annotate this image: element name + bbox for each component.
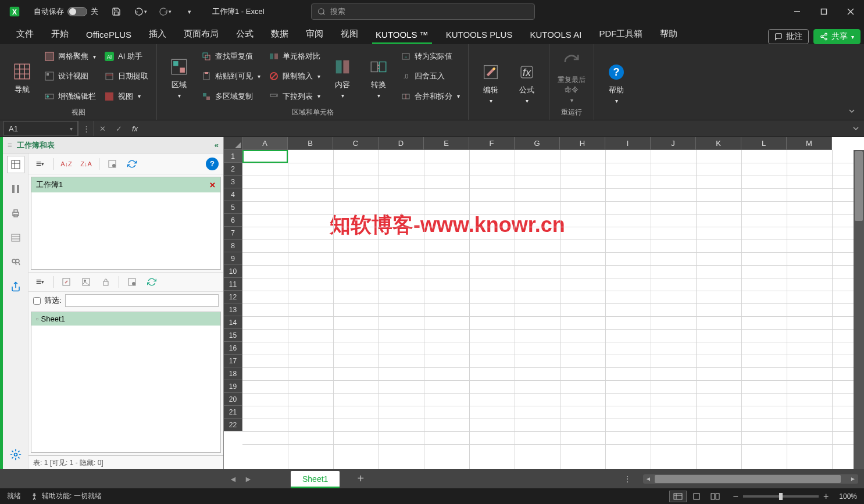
refresh2-icon[interactable] xyxy=(145,275,159,289)
tab-layout[interactable]: 页面布局 xyxy=(176,24,227,44)
row-header-12[interactable]: 12 xyxy=(224,291,242,303)
view-page-break-icon[interactable] xyxy=(706,491,724,502)
col-header-A[interactable]: A xyxy=(242,137,288,150)
area-button[interactable]: 区域▾ xyxy=(163,47,195,106)
tab-kutools[interactable]: KUTOOLS ™ xyxy=(367,25,437,44)
sheet-next-icon[interactable]: ► xyxy=(241,471,256,487)
multi-area-copy-button[interactable]: 多区域复制 xyxy=(199,88,263,105)
row-header-2[interactable]: 2 xyxy=(224,163,242,176)
design-view-button[interactable]: 设计视图 xyxy=(42,68,98,84)
col-header-J[interactable]: J xyxy=(651,137,696,150)
horizontal-scroll-thumb[interactable] xyxy=(655,475,841,483)
row-header-17[interactable]: 17 xyxy=(224,355,242,367)
maximize-button[interactable] xyxy=(811,0,837,23)
workbook-close-icon[interactable]: ✕ xyxy=(209,181,216,190)
horizontal-scrollbar[interactable]: ◄ ► xyxy=(643,474,858,484)
tab-help[interactable]: 帮助 xyxy=(652,24,686,44)
excel-app-icon[interactable]: X xyxy=(6,4,23,19)
edit-button[interactable]: 编辑▾ xyxy=(474,47,507,116)
col-header-H[interactable]: H xyxy=(560,137,605,150)
dropdown-list-button[interactable]: 下拉列表▾ xyxy=(266,88,323,105)
row-header-7[interactable]: 7 xyxy=(224,227,242,240)
save-icon[interactable] xyxy=(106,4,126,19)
row-header-9[interactable]: 9 xyxy=(224,252,242,265)
lock-sheet-icon[interactable] xyxy=(99,275,113,289)
autosave-toggle[interactable] xyxy=(67,7,87,16)
a11y-status[interactable]: 辅助功能: 一切就绪 xyxy=(30,491,102,501)
settings2-icon[interactable] xyxy=(125,275,139,289)
grid-focus-button[interactable]: 网格聚焦▾ xyxy=(42,48,98,65)
tab-insert[interactable]: 插入 xyxy=(141,24,174,44)
drag-handle-icon[interactable]: ≡ xyxy=(8,141,12,149)
row-header-10[interactable]: 10 xyxy=(224,265,242,278)
settings-icon[interactable] xyxy=(105,157,119,171)
redo-icon[interactable]: ▾ xyxy=(155,4,175,19)
tab-kutools-plus[interactable]: KUTOOLS PLUS xyxy=(438,25,521,44)
panel-help-icon[interactable]: ? xyxy=(206,158,219,170)
row-header-14[interactable]: 14 xyxy=(224,316,242,329)
col-header-D[interactable]: D xyxy=(379,137,424,150)
fb-fx-icon[interactable]: fx xyxy=(127,121,143,136)
sheet-tab-1[interactable]: Sheet1 xyxy=(291,471,340,487)
col-header-G[interactable]: G xyxy=(515,137,560,150)
sort-list-icon[interactable]: ≡▾ xyxy=(33,157,47,171)
row-header-5[interactable]: 5 xyxy=(224,201,242,214)
col-header-C[interactable]: C xyxy=(333,137,379,150)
row-header-21[interactable]: 21 xyxy=(224,406,242,419)
tab-review[interactable]: 审阅 xyxy=(298,24,331,44)
col-header-M[interactable]: M xyxy=(787,137,832,150)
sheet-item[interactable]: ▫Sheet1 xyxy=(31,312,220,326)
find-duplicate-button[interactable]: 查找重复值 xyxy=(199,48,263,65)
rail-share-icon[interactable] xyxy=(7,278,24,295)
zoom-level[interactable]: 100% xyxy=(839,492,857,501)
col-header-E[interactable]: E xyxy=(424,137,469,150)
fb-expand-icon[interactable]: ⋮ xyxy=(78,121,94,136)
tab-formula[interactable]: 公式 xyxy=(228,24,262,44)
sort-az-icon[interactable]: A↓Z xyxy=(59,157,73,171)
view-normal-icon[interactable] xyxy=(669,491,687,502)
vertical-scroll-thumb[interactable] xyxy=(855,151,863,221)
spreadsheet-grid[interactable]: ABCDEFGHIJKLM 12345678910111213141516171… xyxy=(224,137,864,469)
paste-visible-button[interactable]: 粘贴到可见▾ xyxy=(199,68,263,84)
edit-sheet-icon[interactable] xyxy=(59,275,73,289)
to-actual-button[interactable]: =转为实际值 xyxy=(398,48,462,65)
cell-compare-button[interactable]: 单元格对比 xyxy=(266,48,323,65)
filter-input[interactable] xyxy=(65,294,219,307)
refresh-icon[interactable] xyxy=(125,157,139,171)
sort-list2-icon[interactable]: ≡▾ xyxy=(33,275,47,289)
tab-file[interactable]: 文件 xyxy=(8,24,42,44)
share-button[interactable]: 共享▾ xyxy=(813,29,861,44)
sheet-options-icon[interactable]: ⋮ xyxy=(623,474,631,484)
tab-data[interactable]: 数据 xyxy=(263,24,297,44)
enhance-editbar-button[interactable]: 增强编辑栏 xyxy=(42,88,98,105)
rail-print-icon[interactable] xyxy=(7,205,24,222)
search-box[interactable]: 搜索 xyxy=(311,3,535,20)
zoom-slider[interactable] xyxy=(743,495,819,498)
row-header-19[interactable]: 19 xyxy=(224,380,242,393)
minimize-button[interactable] xyxy=(784,0,811,23)
row-header-6[interactable]: 6 xyxy=(224,214,242,227)
fb-expand-button[interactable] xyxy=(848,125,864,132)
rail-gear-icon[interactable] xyxy=(7,446,24,463)
sheet-prev-icon[interactable]: ◄ xyxy=(226,471,241,487)
row-header-4[interactable]: 4 xyxy=(224,188,242,201)
zoom-thumb[interactable] xyxy=(779,493,783,500)
name-box[interactable]: A1 ▾ xyxy=(3,121,78,136)
help-button[interactable]: ? 帮助▾ xyxy=(600,47,633,116)
ai-helper-button[interactable]: AIAI 助手 xyxy=(102,48,151,65)
row-header-1[interactable]: 1 xyxy=(224,150,242,163)
workbook-list[interactable]: 工作簿1 ✕ xyxy=(31,177,221,270)
row-header-20[interactable]: 20 xyxy=(224,393,242,406)
view-page-layout-icon[interactable] xyxy=(688,491,705,502)
filter-checkbox[interactable] xyxy=(33,297,41,305)
panel-collapse-icon[interactable]: « xyxy=(215,141,219,149)
zoom-in-icon[interactable]: + xyxy=(823,491,829,502)
tab-kutools-ai[interactable]: KUTOOLS AI xyxy=(522,25,590,44)
formula-input[interactable] xyxy=(145,121,848,136)
col-header-K[interactable]: K xyxy=(696,137,741,150)
fb-cancel-icon[interactable]: ✕ xyxy=(94,121,110,136)
row-header-22[interactable]: 22 xyxy=(224,419,242,431)
add-sheet-icon[interactable]: + xyxy=(357,472,364,485)
close-button[interactable] xyxy=(837,0,864,23)
image-sheet-icon[interactable] xyxy=(79,275,93,289)
